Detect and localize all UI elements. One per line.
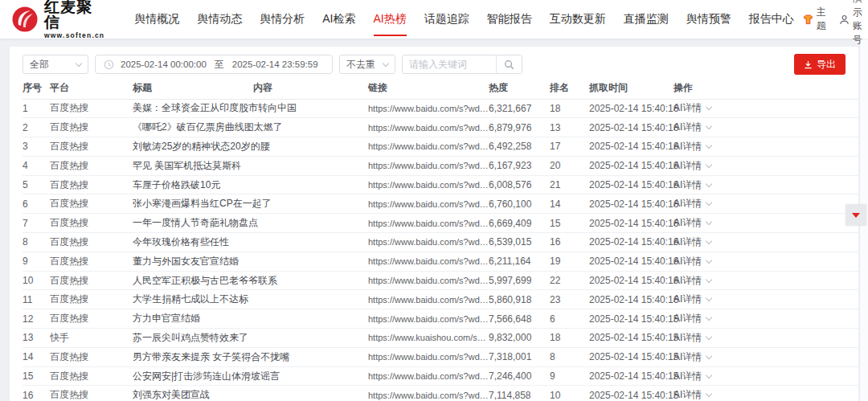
- table-row: 15 百度热搜 公安网安|打击涉筠连山体滑坡谣言 https://www.bai…: [23, 366, 858, 386]
- table-row: 8 百度热搜 今年玫瑰价格有些任性 https://www.baidu.com/…: [23, 233, 858, 252]
- ai-detail-button[interactable]: AI详情: [674, 235, 711, 249]
- cell-platform: 百度热搜: [50, 99, 133, 118]
- user-icon: [839, 14, 850, 25]
- date-range-picker[interactable]: 2025-02-14 00:00:00 至 2025-02-14 23:59:5…: [95, 55, 333, 74]
- export-button[interactable]: 导出: [794, 54, 845, 75]
- cell-link[interactable]: https://www.baidu.com/s?wd=%E...: [368, 99, 489, 118]
- cell-link[interactable]: https://www.baidu.com/s?wd=%E...: [368, 233, 489, 252]
- cell-action: AI详情: [674, 118, 858, 137]
- cell-content: [253, 214, 368, 233]
- cell-platform: 百度热搜: [50, 366, 133, 386]
- cell-link[interactable]: https://www.baidu.com/s?wd=%E...: [368, 118, 489, 137]
- ai-detail-button[interactable]: AI详情: [674, 331, 711, 345]
- cell-link[interactable]: https://www.baidu.com/s?wd=%E...: [368, 290, 489, 309]
- ai-detail-button[interactable]: AI详情: [674, 197, 711, 211]
- cell-action: AI详情: [674, 156, 858, 175]
- ai-detail-button[interactable]: AI详情: [674, 140, 711, 153]
- ai-detail-button[interactable]: AI详情: [674, 293, 711, 306]
- cell-crawl-time: 2025-02-14 15:40:15: [589, 309, 674, 329]
- platform-select[interactable]: 全部: [23, 55, 88, 74]
- cell-index: 6: [23, 194, 50, 214]
- cell-link[interactable]: https://www.baidu.com/s?wd=%E...: [368, 386, 489, 401]
- cell-rank: 16: [550, 233, 589, 252]
- nav-item-live-monitor[interactable]: 直播监测: [615, 0, 678, 39]
- ai-detail-button[interactable]: AI详情: [674, 312, 711, 325]
- nav-item-analysis[interactable]: 舆情分析: [251, 0, 313, 39]
- cell-action: AI详情: [674, 233, 858, 252]
- chevron-down-icon: [706, 238, 712, 244]
- table-row: 7 百度热搜 一年一度情人节奇葩礼物盘点 https://www.baidu.c…: [23, 214, 858, 233]
- nav-item-ai-hotlist[interactable]: AI热榜: [365, 0, 416, 39]
- cell-heat: 7,246,400: [489, 366, 550, 386]
- chevron-down-icon: [706, 162, 712, 168]
- cell-link[interactable]: https://www.baidu.com/s?wd=%E...: [368, 271, 489, 290]
- brand-logo[interactable]: 红麦聚信 www.soften.cn: [11, 0, 104, 39]
- cell-link[interactable]: https://www.baidu.com/s?wd=%E...: [368, 347, 489, 366]
- cell-platform: 百度热搜: [50, 271, 133, 290]
- cell-link[interactable]: https://www.baidu.com/s?wd=%E...: [368, 156, 489, 175]
- cell-index: 2: [23, 118, 50, 137]
- cell-action: AI详情: [674, 329, 858, 348]
- cell-title: 大学生捐精七成以上不达标: [133, 290, 253, 309]
- account-label: 演示账号: [853, 0, 862, 47]
- ai-detail-button[interactable]: AI详情: [674, 255, 711, 268]
- cell-platform: 百度热搜: [50, 118, 133, 137]
- keyword-search-input[interactable]: [403, 55, 496, 73]
- account-menu[interactable]: 演示账号: [839, 0, 862, 47]
- chevron-down-icon: [706, 371, 712, 378]
- cell-action: AI详情: [674, 137, 858, 157]
- cell-heat: 7,318,001: [489, 347, 550, 366]
- cell-platform: 百度热搜: [50, 156, 133, 175]
- ai-detail-label: AI详情: [674, 140, 702, 153]
- chevron-down-icon: [706, 219, 712, 225]
- nav-item-interaction-update[interactable]: 互动数更新: [541, 0, 615, 39]
- cell-rank: 14: [550, 194, 589, 214]
- cell-link[interactable]: https://www.baidu.com/s?wd=%E...: [368, 252, 489, 271]
- cell-heat: 5,997,699: [489, 271, 550, 290]
- cell-title: 一年一度情人节奇葩礼物盘点: [133, 214, 253, 233]
- cell-link[interactable]: https://www.baidu.com/s?wd=%E...: [368, 137, 489, 157]
- ai-detail-button[interactable]: AI详情: [674, 159, 711, 173]
- nav-item-report-center[interactable]: 报告中心: [740, 0, 803, 39]
- ai-detail-button[interactable]: AI详情: [674, 101, 711, 115]
- nav-item-smart-report[interactable]: 智能报告: [478, 0, 541, 39]
- ai-detail-button[interactable]: AI详情: [674, 350, 711, 364]
- cell-index: 7: [23, 214, 50, 233]
- cell-platform: 百度热搜: [50, 309, 133, 329]
- cell-link[interactable]: https://www.baidu.com/s?wd=%E...: [368, 175, 489, 194]
- cell-heat: 7,566,648: [489, 309, 550, 329]
- ai-detail-label: AI详情: [674, 274, 702, 288]
- nav-item-alert[interactable]: 舆情预警: [678, 0, 740, 39]
- ai-detail-label: AI详情: [674, 121, 702, 134]
- ai-detail-button[interactable]: AI详情: [674, 370, 711, 383]
- ai-detail-button[interactable]: AI详情: [674, 178, 711, 192]
- cell-link[interactable]: https://www.baidu.com/s?wd=%E...: [368, 194, 489, 214]
- theme-icon: [803, 14, 813, 25]
- ai-detail-label: AI详情: [674, 101, 702, 115]
- ai-detail-button[interactable]: AI详情: [674, 121, 711, 134]
- nav-item-ai-search[interactable]: AI检索: [313, 0, 364, 39]
- search-button[interactable]: [496, 55, 522, 73]
- cell-link[interactable]: https://www.kuaishou.com/short-...: [368, 329, 489, 348]
- theme-switcher[interactable]: 主题: [803, 6, 826, 33]
- cell-content: [253, 309, 368, 329]
- nav-item-topic-tracking[interactable]: 话题追踪: [416, 0, 478, 39]
- cell-rank: 15: [550, 214, 589, 233]
- ai-detail-label: AI详情: [674, 235, 702, 249]
- cell-action: AI详情: [674, 99, 858, 118]
- chevron-down-icon: [706, 295, 712, 301]
- scroll-down-button[interactable]: [845, 204, 866, 226]
- dedupe-select[interactable]: 不去重: [339, 55, 395, 74]
- ai-detail-button[interactable]: AI详情: [674, 274, 711, 288]
- nav-item-overview[interactable]: 舆情概况: [125, 0, 188, 39]
- cell-index: 13: [23, 329, 50, 348]
- ai-detail-button[interactable]: AI详情: [674, 388, 711, 401]
- cell-link[interactable]: https://www.baidu.com/s?wd=%E...: [368, 214, 489, 233]
- cell-link[interactable]: https://www.baidu.com/s?wd=%E...: [368, 366, 489, 386]
- cell-index: 11: [23, 290, 50, 309]
- ai-detail-button[interactable]: AI详情: [674, 216, 711, 230]
- cell-title: 今年玫瑰价格有些任性: [133, 233, 253, 252]
- ai-detail-label: AI详情: [674, 255, 702, 268]
- nav-item-dynamics[interactable]: 舆情动态: [188, 0, 251, 39]
- cell-link[interactable]: https://www.baidu.com/s?wd=%E...: [368, 309, 489, 329]
